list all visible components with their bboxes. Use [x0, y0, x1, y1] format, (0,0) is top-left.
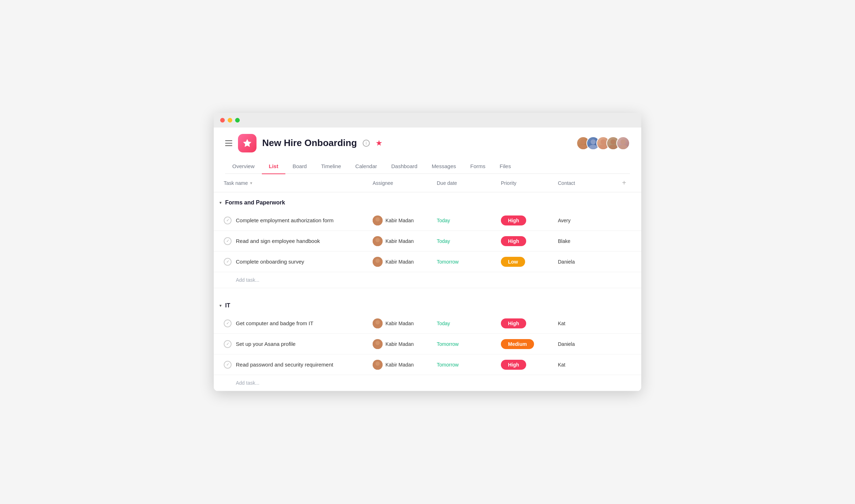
task-name-cell-6: ✓ Read password and security requirement [219, 356, 368, 374]
assignee-cell-2: Kabir Madan [368, 231, 432, 251]
section-header-forms: ▾ Forms and Paperwork [214, 192, 641, 210]
header-left: New Hire Onboarding i ★ [225, 134, 383, 152]
assignee-face-3 [373, 257, 383, 267]
assignee-cell-6: Kabir Madan [368, 355, 432, 375]
svg-point-0 [581, 139, 586, 144]
section-chevron-it-icon[interactable]: ▾ [219, 303, 222, 308]
svg-point-7 [609, 145, 617, 150]
nav-tabs: Overview List Board Timeline Calendar Da… [225, 159, 630, 174]
priority-cell-4: High [497, 313, 554, 333]
task-name-chevron-icon: ▾ [250, 181, 252, 186]
task-check-1[interactable]: ✓ [224, 217, 232, 224]
header-top: New Hire Onboarding i ★ [225, 134, 630, 152]
task-check-2[interactable]: ✓ [224, 237, 232, 245]
tab-forms[interactable]: Forms [463, 159, 493, 174]
contact-cell-3: Daniela [554, 254, 618, 270]
th-due-date: Due date [432, 174, 497, 192]
star-app-icon [242, 138, 252, 148]
priority-badge-3: Low [501, 257, 525, 267]
table-row: ✓ Read and sign employee handbook Kabir … [214, 231, 641, 251]
assignee-avatar-4 [373, 318, 383, 328]
task-name-cell-5: ✓ Set up your Asana profile [219, 335, 368, 353]
task-name-cell-1: ✓ Complete employment authorization form [219, 212, 368, 229]
contact-cell-4: Kat [554, 316, 618, 331]
assignee-face-6 [373, 360, 383, 370]
task-check-5[interactable]: ✓ [224, 340, 232, 348]
avatar-5-img [617, 136, 629, 150]
svg-point-26 [375, 362, 380, 366]
assignee-cell-4: Kabir Madan [368, 313, 432, 333]
task-name-cell-4: ✓ Get computer and badge from IT [219, 315, 368, 332]
tab-dashboard[interactable]: Dashboard [384, 159, 424, 174]
priority-badge-1: High [501, 215, 526, 225]
task-name-4[interactable]: Get computer and badge from IT [236, 320, 314, 326]
hamburger-button[interactable] [225, 140, 232, 146]
assignee-name-6: Kabir Madan [385, 362, 414, 368]
th-add-column[interactable]: + [618, 174, 636, 192]
task-name-1[interactable]: Complete employment authorization form [236, 217, 333, 223]
task-name-2[interactable]: Read and sign employee handbook [236, 238, 320, 244]
priority-badge-6: High [501, 360, 526, 370]
add-task-button-forms[interactable]: Add task... [214, 272, 641, 288]
assignee-avatar-6 [373, 360, 383, 370]
favorite-star-icon[interactable]: ★ [375, 139, 383, 148]
assignee-name-4: Kabir Madan [385, 321, 414, 326]
svg-point-14 [375, 238, 380, 242]
section-header-it: ▾ IT [214, 295, 641, 313]
assignee-face-2 [373, 236, 383, 246]
add-column-icon[interactable]: + [622, 179, 626, 187]
tab-timeline[interactable]: Timeline [314, 159, 348, 174]
avatar-5[interactable] [616, 136, 630, 150]
tab-files[interactable]: Files [493, 159, 518, 174]
task-check-4[interactable]: ✓ [224, 319, 232, 327]
due-date-cell-5: Tomorrow [432, 336, 497, 352]
th-assignee: Assignee [368, 174, 432, 192]
contact-cell-1: Avery [554, 213, 618, 228]
fullscreen-button[interactable] [235, 118, 240, 123]
task-name-5[interactable]: Set up your Asana profile [236, 341, 296, 347]
tab-messages[interactable]: Messages [425, 159, 463, 174]
priority-cell-3: Low [497, 252, 554, 272]
main-window: New Hire Onboarding i ★ [214, 113, 641, 391]
tab-list[interactable]: List [262, 159, 286, 174]
task-name-3[interactable]: Complete onboarding survey [236, 259, 304, 265]
add-task-button-it[interactable]: Add task... [214, 375, 641, 391]
th-task-name: Task name ▾ [219, 174, 368, 192]
priority-cell-1: High [497, 211, 554, 230]
info-icon[interactable]: i [363, 140, 370, 147]
contact-cell-2: Blake [554, 233, 618, 249]
assignee-avatar-2 [373, 236, 383, 246]
svg-point-6 [611, 139, 616, 144]
assignee-cell-1: Kabir Madan [368, 211, 432, 230]
tab-board[interactable]: Board [285, 159, 314, 174]
svg-point-9 [619, 145, 627, 150]
table-row: ✓ Get computer and badge from IT Kabir M… [214, 313, 641, 334]
close-button[interactable] [220, 118, 225, 123]
task-check-3[interactable]: ✓ [224, 258, 232, 266]
section-it: ▾ IT ✓ Get computer and badge from IT Ka… [214, 295, 641, 391]
minimize-button[interactable] [228, 118, 232, 123]
due-date-cell-1: Today [432, 213, 497, 228]
assignee-name-1: Kabir Madan [385, 218, 414, 223]
assignee-cell-3: Kabir Madan [368, 252, 432, 272]
priority-cell-6: High [497, 355, 554, 375]
task-name-cell-3: ✓ Complete onboarding survey [219, 253, 368, 271]
section-separator [214, 288, 641, 295]
th-priority: Priority [497, 174, 554, 192]
tab-calendar[interactable]: Calendar [348, 159, 384, 174]
th-contact: Contact [554, 174, 618, 192]
assignee-avatar-3 [373, 257, 383, 267]
project-title: New Hire Onboarding [262, 137, 357, 149]
title-bar [214, 113, 641, 128]
table-row: ✓ Complete onboarding survey Kabir Madan… [214, 251, 641, 272]
team-avatars [576, 136, 630, 150]
task-name-6[interactable]: Read password and security requirement [236, 362, 333, 368]
tab-overview[interactable]: Overview [225, 159, 262, 174]
svg-point-23 [375, 341, 380, 345]
section-forms-paperwork: ▾ Forms and Paperwork ✓ Complete employm… [214, 192, 641, 288]
priority-badge-2: High [501, 236, 526, 246]
table-row: ✓ Complete employment authorization form… [214, 210, 641, 231]
section-chevron-forms-icon[interactable]: ▾ [219, 200, 222, 205]
task-check-6[interactable]: ✓ [224, 361, 232, 369]
svg-point-4 [601, 139, 606, 144]
